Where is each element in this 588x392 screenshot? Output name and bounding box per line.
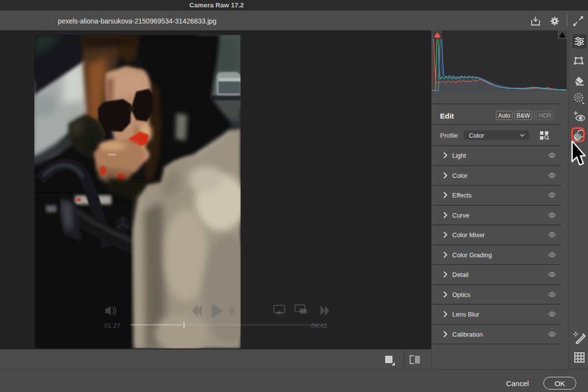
svg-text:01:27: 01:27 — [104, 322, 121, 329]
svg-text:04:42: 04:42 — [311, 322, 327, 329]
